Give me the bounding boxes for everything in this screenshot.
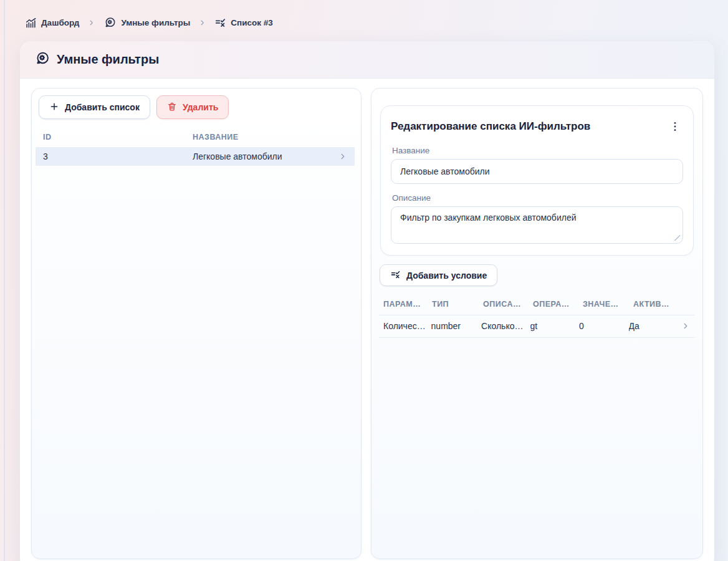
add-list-button[interactable]: Добавить список — [39, 95, 150, 119]
breadcrumb: Дашборд Умные фильтры Список #3 — [25, 14, 273, 31]
page-left-divider — [4, 0, 5, 561]
column-header-value: ЗНАЧЕ… — [583, 300, 633, 309]
lists-table: ID НАЗВАНИЕ 3 Легковые автомобили — [36, 129, 355, 166]
breadcrumb-item-dashboard[interactable]: Дашборд — [25, 17, 79, 29]
table-row[interactable]: Количес… number Сколько… gt 0 Да — [379, 315, 695, 338]
chevron-right-icon — [199, 19, 206, 26]
trash-icon — [167, 102, 177, 113]
list-check-icon — [214, 17, 226, 29]
cell-id: 3 — [43, 151, 193, 161]
cell-parameter: Количес… — [383, 321, 431, 331]
delete-list-button[interactable]: Удалить — [156, 95, 229, 119]
main-card: Умные фильтры Добавить список — [20, 41, 714, 561]
breadcrumb-label: Дашборд — [41, 18, 79, 27]
description-textarea[interactable]: Фильтр по закупкам легковых автомобилей — [391, 206, 683, 244]
lists-toolbar: Добавить список Удалить — [32, 89, 361, 119]
conditions-table: ПАРАМ… ТИП ОПИСА… ОПЕРА… ЗНАЧЕ… АКТИВ… К… — [379, 294, 695, 338]
cell-name: Легковые автомобили — [193, 151, 282, 161]
bar-chart-icon — [25, 17, 37, 29]
table-row[interactable]: 3 Легковые автомобили — [36, 148, 355, 166]
column-header-id: ID — [43, 133, 193, 141]
editor-panel: Редактирование списка ИИ-фильтров Назван… — [371, 88, 703, 559]
head-gear-icon — [34, 50, 50, 69]
cell-value: 0 — [579, 321, 629, 331]
add-condition-button[interactable]: Добавить условие — [380, 264, 497, 286]
add-list-label: Добавить список — [65, 102, 140, 112]
column-header-name: НАЗВАНИЕ — [193, 133, 239, 141]
lists-panel: Добавить список Удалить ID НАЗВАНИЕ — [31, 88, 362, 559]
cell-active: Да — [629, 321, 681, 331]
column-header-operator: ОПЕРА… — [533, 300, 583, 309]
kebab-menu-button[interactable] — [667, 118, 683, 135]
page-title: Умные фильтры — [57, 52, 159, 67]
name-input[interactable] — [391, 159, 683, 184]
editor-card: Редактирование списка ИИ-фильтров Назван… — [380, 105, 694, 256]
chevron-right-icon — [88, 19, 95, 26]
cell-description: Сколько… — [481, 321, 530, 331]
cell-type: number — [431, 321, 481, 331]
chevron-right-icon — [681, 322, 690, 330]
editor-title: Редактирование списка ИИ-фильтров — [391, 120, 590, 133]
cell-operator: gt — [530, 321, 580, 331]
breadcrumb-item-smart-filters[interactable]: Умные фильтры — [103, 16, 190, 29]
column-header-description: ОПИСА… — [483, 300, 533, 309]
lists-table-header: ID НАЗВАНИЕ — [36, 129, 355, 148]
breadcrumb-label: Список #3 — [231, 18, 272, 27]
page-header: Умные фильтры — [20, 41, 714, 79]
add-condition-label: Добавить условие — [406, 271, 487, 280]
description-field-label: Описание — [392, 193, 682, 203]
conditions-table-header: ПАРАМ… ТИП ОПИСА… ОПЕРА… ЗНАЧЕ… АКТИВ… — [379, 294, 695, 315]
name-field-label: Название — [392, 146, 682, 155]
chevron-right-icon — [338, 152, 347, 161]
column-header-parameter: ПАРАМ… — [383, 300, 432, 309]
breadcrumb-label: Умные фильтры — [121, 18, 190, 27]
breadcrumb-item-list[interactable]: Список #3 — [214, 17, 272, 29]
column-header-active: АКТИВ… — [633, 300, 687, 309]
column-header-type: ТИП — [432, 300, 483, 309]
head-gear-icon — [103, 16, 117, 29]
delete-list-label: Удалить — [183, 102, 218, 112]
list-check-icon — [390, 269, 401, 282]
plus-icon — [49, 102, 59, 113]
